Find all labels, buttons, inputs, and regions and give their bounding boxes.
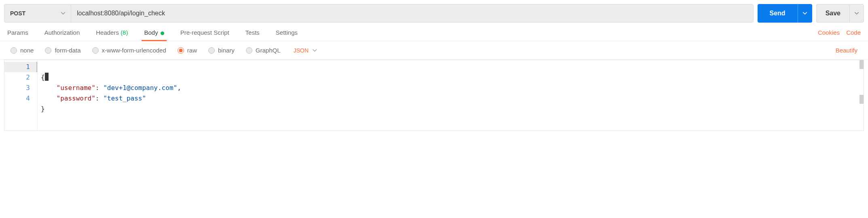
bodytype-binary[interactable]: binary	[208, 47, 235, 54]
request-bar: POST	[4, 4, 754, 23]
modified-dot-icon	[161, 31, 164, 35]
bodytype-none[interactable]: none	[11, 47, 34, 54]
text-cursor	[45, 73, 49, 81]
radio-icon	[178, 47, 184, 54]
scroll-indicator[interactable]	[860, 95, 864, 104]
bodytype-xwwwform[interactable]: x-www-form-urlencoded	[92, 47, 166, 54]
body-type-row: none form-data x-www-form-urlencoded raw…	[0, 41, 868, 60]
line-number: 2	[4, 72, 30, 83]
radio-icon	[208, 47, 215, 54]
raw-language-value: JSON	[294, 47, 309, 54]
raw-language-select[interactable]: JSON	[294, 47, 317, 54]
cookies-link[interactable]: Cookies	[818, 29, 840, 41]
beautify-link[interactable]: Beautify	[836, 47, 857, 54]
line-gutter: 1 2 3 4	[4, 60, 38, 130]
radio-icon	[45, 47, 51, 54]
tab-authorization[interactable]: Authorization	[44, 29, 80, 41]
send-dropdown-button[interactable]	[798, 4, 812, 23]
chevron-down-icon	[313, 49, 317, 52]
chevron-down-icon	[803, 12, 807, 15]
send-button[interactable]: Send	[758, 4, 798, 23]
bodytype-raw[interactable]: raw	[178, 47, 197, 54]
code-content[interactable]: { "username": "dev+1@company.com", "pass…	[4, 60, 864, 130]
body-editor[interactable]: 1 2 3 4 { "username": "dev+1@company.com…	[4, 60, 864, 131]
line-number: 3	[4, 83, 30, 93]
save-button[interactable]: Save	[816, 4, 849, 23]
radio-icon	[11, 47, 17, 54]
code-link[interactable]: Code	[846, 29, 861, 41]
url-input[interactable]	[71, 4, 753, 22]
tab-settings[interactable]: Settings	[276, 29, 298, 41]
tab-prerequest[interactable]: Pre-request Script	[180, 29, 229, 41]
save-button-group: Save	[816, 4, 864, 23]
http-method-select[interactable]: POST	[4, 4, 71, 22]
chevron-down-icon	[855, 12, 859, 15]
tab-tests[interactable]: Tests	[246, 29, 260, 41]
radio-icon	[92, 47, 99, 54]
line-number: 1	[4, 62, 37, 72]
send-button-group: Send	[758, 4, 812, 23]
chevron-down-icon	[61, 11, 65, 15]
line-number: 4	[4, 93, 30, 104]
tab-headers[interactable]: Headers (8)	[96, 29, 128, 41]
headers-count: (8)	[121, 29, 128, 36]
bodytype-form-data[interactable]: form-data	[45, 47, 80, 54]
save-dropdown-button[interactable]	[849, 4, 864, 23]
scroll-indicator[interactable]	[860, 60, 864, 69]
tab-body[interactable]: Body	[144, 29, 164, 41]
tab-params[interactable]: Params	[7, 29, 28, 41]
bodytype-graphql[interactable]: GraphQL	[246, 47, 281, 54]
request-tabs: Params Authorization Headers (8) Body Pr…	[0, 23, 868, 41]
radio-icon	[246, 47, 252, 54]
http-method-value: POST	[10, 10, 25, 17]
